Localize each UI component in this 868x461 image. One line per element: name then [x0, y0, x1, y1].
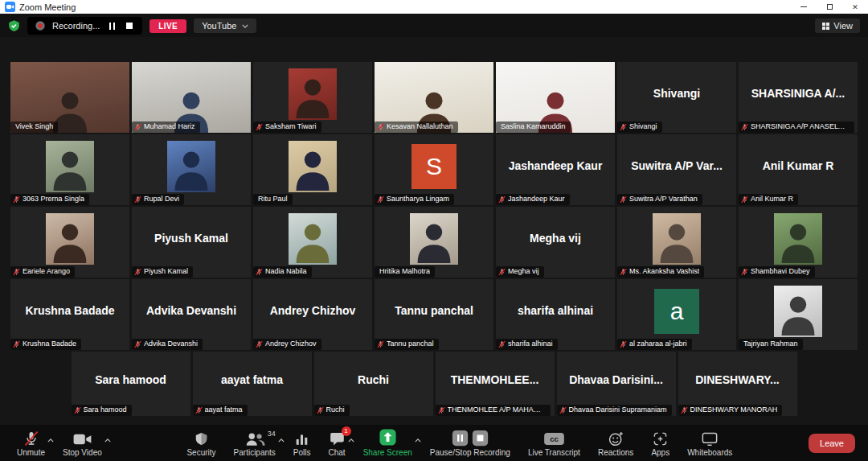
- participant-tile[interactable]: Vivek Singh: [10, 62, 129, 133]
- pause-recording-icon[interactable]: [106, 20, 117, 31]
- window-controls: ✕: [791, 0, 868, 14]
- pause-recording-icon: [452, 430, 469, 447]
- participant-name-label: Ms. Akanksha Vashist: [629, 267, 699, 276]
- muted-mic-icon: [74, 406, 81, 414]
- name-tag: Nadia Nabila: [253, 266, 312, 278]
- participant-tile[interactable]: Eariele Arango: [10, 207, 129, 278]
- participant-display-name: Anil Kumar R: [739, 134, 858, 197]
- chat-button[interactable]: 1Chat: [320, 425, 354, 461]
- stop-recording-icon[interactable]: [124, 20, 135, 31]
- name-tag: Piyush Kamal: [132, 266, 193, 278]
- whiteboards-button[interactable]: Whiteboards: [678, 425, 741, 461]
- participant-tile[interactable]: Advika DevanshiAdvika Devanshi: [132, 279, 251, 350]
- participant-tile[interactable]: Suwitra A/P Var...Suwitra A/P Varathan: [617, 134, 736, 205]
- participant-tile[interactable]: Krushna BadadeKrushna Badade: [10, 279, 129, 350]
- name-tag: Dhavaa Darisini Supramaniam: [557, 405, 672, 416]
- participant-tile[interactable]: Saslina Kamaruddin: [496, 62, 615, 133]
- name-tag: Krushna Badade: [10, 339, 81, 350]
- participant-tile[interactable]: Tajriyan Rahman: [739, 279, 858, 350]
- participant-tile[interactable]: Andrey ChizhovAndrey Chizhov: [253, 279, 372, 350]
- video-gallery: Vivek SinghMuhamad HarizSaksham TiwariKe…: [0, 38, 868, 425]
- leave-button[interactable]: Leave: [809, 434, 855, 453]
- participant-name-label: DINESHWARY MANORAH: [690, 405, 778, 414]
- toolbar-item-label: Whiteboards: [687, 448, 732, 457]
- participant-tile[interactable]: ShivangiShivangi: [617, 62, 736, 133]
- stop-recording-icon: [472, 430, 489, 447]
- participant-tile[interactable]: THENMOHLEE...THENMOHLEE A/P MAHADEVAN: [436, 352, 555, 416]
- participant-tile[interactable]: Megha vijMegha vij: [496, 207, 615, 278]
- encryption-shield-icon[interactable]: [8, 19, 20, 32]
- muted-mic-icon: [256, 123, 263, 131]
- participant-tile[interactable]: 3063 Prerna Singla: [10, 134, 129, 205]
- participant-tile[interactable]: sharifa alhinaisharifa alhinai: [496, 279, 615, 350]
- toolbar-center-group: Security34ParticipantsPolls1ChatShare Sc…: [111, 425, 809, 461]
- muted-mic-icon: [317, 406, 324, 414]
- participant-tile[interactable]: SHARSINIGA A/...SHARSINIGA A/P ANASELVEN: [739, 62, 858, 133]
- participants-button[interactable]: 34Participants: [225, 425, 285, 461]
- participant-tile[interactable]: Dhavaa Darisini...Dhavaa Darisini Supram…: [557, 352, 676, 416]
- toolbar-item-label: Stop Video: [63, 448, 102, 457]
- participant-tile[interactable]: aayat fatmaaayat fatma: [193, 352, 312, 416]
- chevron-down-icon: [242, 24, 248, 28]
- stop-video-button[interactable]: Stop Video: [54, 425, 111, 461]
- muted-mic-icon: [13, 268, 20, 276]
- name-tag: Jashandeep Kaur: [496, 194, 570, 205]
- participant-name-label: 3063 Prerna Singla: [23, 195, 84, 204]
- apps-button[interactable]: Apps: [642, 425, 678, 461]
- letter-avatar: a: [654, 289, 699, 334]
- participant-name-label: Vivek Singh: [15, 122, 53, 131]
- participant-name-label: Tajriyan Rahman: [743, 340, 798, 348]
- view-button[interactable]: View: [815, 19, 860, 33]
- participant-tile[interactable]: Ritu Paul: [253, 134, 372, 205]
- muted-mic-icon: [134, 268, 141, 276]
- participant-tile[interactable]: Sara hamoodSara hamood: [72, 352, 190, 416]
- close-icon[interactable]: ✕: [842, 0, 868, 14]
- participant-tile[interactable]: Ms. Akanksha Vashist: [617, 207, 736, 278]
- chevron-up-icon[interactable]: [278, 431, 285, 446]
- unmute-button[interactable]: Unmute: [8, 425, 54, 461]
- minimize-icon[interactable]: [791, 0, 817, 14]
- reactions-button[interactable]: Reactions: [589, 425, 642, 461]
- participant-display-name: Shivangi: [617, 62, 736, 125]
- toolbar-item-label: Polls: [293, 448, 311, 457]
- pause-stop-recording-button[interactable]: Pause/Stop Recording: [421, 425, 519, 461]
- youtube-stream-dropdown[interactable]: YouTube: [194, 19, 256, 33]
- participant-tile[interactable]: Saksham Tiwari: [253, 62, 372, 133]
- name-tag: Suwitra A/P Varathan: [617, 194, 702, 205]
- muted-mic-icon: [377, 340, 384, 348]
- chevron-up-icon[interactable]: [47, 431, 54, 446]
- toolbar-right-group: Leave: [809, 425, 860, 461]
- polls-button[interactable]: Polls: [285, 425, 320, 461]
- participant-tile[interactable]: Kesavan Nallaluthan: [375, 62, 493, 133]
- shield-icon: [194, 431, 208, 447]
- chevron-up-icon[interactable]: [415, 431, 421, 446]
- name-tag: Rupal Devi: [132, 194, 184, 205]
- participant-tile[interactable]: Rupal Devi: [132, 134, 251, 205]
- profile-photo: [289, 213, 337, 265]
- participant-tile[interactable]: RuchiRuchi: [314, 352, 433, 416]
- live-badge: LIVE: [149, 19, 186, 33]
- participant-display-name: Tannu panchal: [375, 279, 493, 342]
- zoom-meeting-window: Zoom Meeting ✕ Recording... LIVE YouTube…: [0, 0, 868, 461]
- muted-mic-icon: [377, 123, 384, 131]
- chevron-up-icon[interactable]: [104, 431, 111, 446]
- participant-name-label: Kesavan Nallaluthan: [387, 122, 453, 131]
- participant-tile[interactable]: Muhamad Hariz: [132, 62, 251, 133]
- participant-tile[interactable]: DINESHWARY...DINESHWARY MANORAH: [678, 352, 797, 416]
- participant-tile[interactable]: SSauntharya Lingam: [375, 134, 493, 205]
- live-transcript-button[interactable]: ccLive Transcript: [519, 425, 589, 461]
- participant-tile[interactable]: Tannu panchalTannu panchal: [375, 279, 493, 350]
- security-button[interactable]: Security: [178, 425, 224, 461]
- participant-tile[interactable]: Piyush KamalPiyush Kamal: [132, 207, 251, 278]
- participant-tile[interactable]: Jashandeep KaurJashandeep Kaur: [496, 134, 615, 205]
- share-screen-button[interactable]: Share Screen: [354, 425, 421, 461]
- muted-mic-icon: [498, 268, 506, 276]
- participant-tile[interactable]: aal zaharaa al-jabri: [617, 279, 736, 350]
- bottom-toolbar: UnmuteStop Video Security34ParticipantsP…: [0, 425, 868, 461]
- maximize-icon[interactable]: [817, 0, 842, 14]
- participant-tile[interactable]: Shambhavi Dubey: [739, 207, 858, 278]
- participant-tile[interactable]: Anil Kumar RAnil Kumar R: [739, 134, 858, 205]
- participant-tile[interactable]: Nadia Nabila: [253, 207, 372, 278]
- chevron-up-icon[interactable]: [348, 431, 354, 446]
- participant-tile[interactable]: Hritika Malhotra: [375, 207, 493, 278]
